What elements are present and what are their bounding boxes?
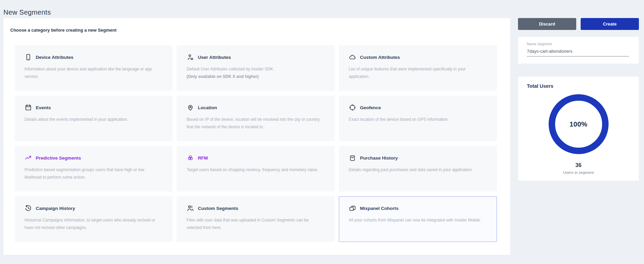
- smartphone-icon: [25, 53, 32, 61]
- category-title: Geofence: [360, 105, 381, 110]
- category-card-header: Campaign History: [25, 204, 75, 213]
- category-description: Target users based on shopping recency, …: [187, 166, 323, 174]
- category-card-events[interactable]: EventsDetails about the events implement…: [15, 96, 173, 141]
- category-description: Prediction based segmentation groups use…: [25, 166, 161, 181]
- category-description: Default User Attributes collected by Ins…: [187, 65, 323, 80]
- calendar-icon: [25, 104, 32, 111]
- category-card-header: Predictive Segments: [25, 153, 81, 162]
- category-title: Location: [198, 105, 217, 110]
- category-card-header: Geofence: [349, 103, 381, 112]
- category-title: Campaign History: [36, 206, 75, 211]
- donut-percent-label: 100%: [569, 120, 587, 128]
- category-card-header: Mixpanel Cohorts: [349, 204, 398, 213]
- category-description: Details about the events implemented in …: [25, 116, 161, 123]
- category-card-header: Events: [25, 103, 51, 112]
- category-card-header: Custom Attributes: [349, 53, 400, 62]
- name-segment-label: Name Segment: [527, 42, 552, 46]
- cloud-icon: [349, 53, 356, 61]
- category-card-custom-segments[interactable]: Custom SegmentsFiles with user data that…: [177, 196, 335, 242]
- category-card-header: Purchase History: [349, 153, 398, 162]
- category-card-predictive-segments[interactable]: Predictive SegmentsPrediction based segm…: [15, 146, 173, 192]
- categories-panel: Choose a category before creating a new …: [3, 18, 510, 255]
- category-card-purchase-history[interactable]: Purchase HistoryDetails regarding past p…: [339, 146, 497, 192]
- category-description: Historical Campaigns information, to tar…: [25, 216, 161, 231]
- users-icon: [187, 204, 194, 212]
- category-title: User Attributes: [198, 55, 231, 60]
- category-card-custom-attributes[interactable]: Custom AttributesList of unique features…: [339, 45, 497, 91]
- users-in-segment-count: 36: [518, 162, 639, 168]
- history-clock-icon: [25, 204, 32, 212]
- create-button[interactable]: Create: [581, 18, 639, 30]
- category-title: Custom Segments: [198, 206, 238, 211]
- panel-heading: Choose a category before creating a new …: [10, 28, 116, 33]
- name-segment-card: Name Segment: [518, 37, 639, 64]
- category-description: Information about your device and applic…: [25, 65, 161, 80]
- trend-up-icon: [25, 154, 32, 162]
- category-title: Events: [36, 105, 51, 110]
- category-description: All your cohorts from Mixpanel can now b…: [349, 216, 485, 224]
- venn-circles-icon: [187, 154, 194, 162]
- category-card-campaign-history[interactable]: Campaign HistoryHistorical Campaigns inf…: [15, 196, 173, 242]
- category-description: Details regarding past purchases and dat…: [349, 166, 485, 174]
- action-buttons: Discard Create: [518, 18, 639, 30]
- category-card-device-attributes[interactable]: Device AttributesInformation about your …: [15, 45, 173, 91]
- total-users-heading: Total Users: [527, 83, 553, 89]
- category-title: RFM: [198, 155, 208, 161]
- category-card-header: User Attributes: [187, 53, 231, 62]
- page-title: New Segments: [3, 9, 51, 16]
- name-segment-input[interactable]: [527, 47, 629, 56]
- category-card-geofence[interactable]: GeofenceExact location of the device bas…: [339, 96, 497, 141]
- category-title: Custom Attributes: [360, 55, 400, 60]
- category-description: Exact location of the device based on GP…: [349, 116, 485, 123]
- users-in-segment-caption: Users in segment: [518, 170, 639, 175]
- category-title: Device Attributes: [36, 55, 74, 60]
- category-grid: Device AttributesInformation about your …: [15, 45, 497, 242]
- category-card-user-attributes[interactable]: User AttributesDefault User Attributes c…: [177, 45, 335, 91]
- category-title: Purchase History: [360, 155, 398, 161]
- category-title: Mixpanel Cohorts: [360, 206, 398, 211]
- category-card-rfm[interactable]: RFMTarget users based on shopping recenc…: [177, 146, 335, 192]
- category-description: List of unique features that were implem…: [349, 65, 485, 80]
- location-pin-icon: [187, 104, 194, 111]
- category-card-header: Location: [187, 103, 217, 112]
- category-card-header: Custom Segments: [187, 204, 238, 213]
- discard-button[interactable]: Discard: [518, 18, 576, 30]
- total-users-card: Total Users 100% 36 Users in segment: [518, 77, 639, 181]
- shopping-bag-icon: [349, 154, 356, 162]
- category-description: Files with user data that was uploaded i…: [187, 216, 323, 231]
- category-title: Predictive Segments: [36, 155, 81, 161]
- category-card-location[interactable]: LocationBased on IP of the device, locat…: [177, 96, 335, 141]
- overlapping-squares-icon: [349, 204, 356, 212]
- category-card-mixpanel-cohorts[interactable]: Mixpanel CohortsAll your cohorts from Mi…: [339, 196, 497, 242]
- total-users-donut-chart: 100%: [549, 94, 609, 154]
- category-description: Based on IP of the device, location will…: [187, 116, 323, 131]
- category-card-header: RFM: [187, 153, 208, 162]
- category-card-header: Device Attributes: [25, 53, 74, 62]
- geofence-crosshair-icon: [349, 104, 356, 111]
- user-badge-icon: [187, 53, 194, 61]
